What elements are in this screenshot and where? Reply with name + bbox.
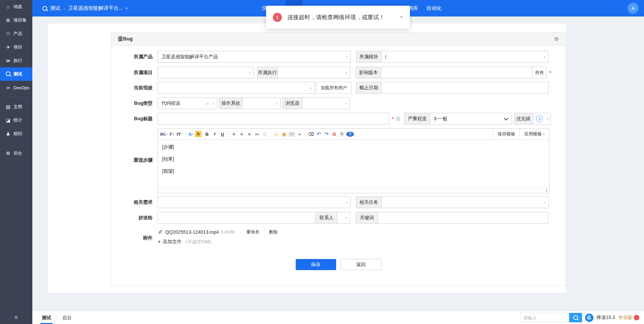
- sidebar-item-devops[interactable]: ∞ DevOps: [0, 81, 32, 94]
- module-addon-label: 所属模块: [356, 51, 382, 63]
- sidebar-collapse-button[interactable]: ≡: [0, 311, 32, 324]
- version-input[interactable]: [381, 67, 533, 78]
- form-actions: 保存 返回: [111, 259, 566, 270]
- project-select[interactable]: [158, 67, 254, 78]
- resize-handle-icon[interactable]: [545, 189, 548, 192]
- link-icon[interactable]: ∞: [296, 130, 303, 138]
- task-group: 相关任务: [356, 196, 549, 208]
- apply-template-button[interactable]: 应用模板: [519, 129, 549, 139]
- delete-file-link[interactable]: 删除: [269, 229, 278, 235]
- steps-editor-content[interactable]: [步骤] [结果] [期望]: [158, 140, 549, 183]
- sidebar-item-report[interactable]: ◪ 统计: [0, 114, 32, 127]
- deadline-group: 截止日期: [356, 82, 549, 94]
- zentao-logo[interactable]: [585, 314, 593, 322]
- sidebar-item-qa[interactable]: 测试: [0, 67, 32, 81]
- bottom-tab-qa[interactable]: 测试: [40, 311, 53, 324]
- unordered-list-icon[interactable]: ∷: [261, 130, 269, 138]
- form-row-mailto: 抄送给 联系人 关键词: [111, 212, 548, 224]
- search-icon: [42, 6, 47, 11]
- globe-icon[interactable]: [395, 116, 401, 122]
- sidebar-item-label: 测试: [13, 71, 22, 77]
- sidebar-item-doc[interactable]: ▤ 文档: [0, 100, 32, 114]
- image-icon[interactable]: ▣: [280, 130, 288, 138]
- align-left-icon[interactable]: ≡: [230, 130, 238, 138]
- load-all-users-button[interactable]: 加载所有用户: [316, 82, 352, 94]
- font-size-icon[interactable]: tT: [176, 130, 184, 138]
- add-file-link[interactable]: 添加文件: [163, 239, 182, 245]
- align-center-icon[interactable]: ≡: [238, 130, 246, 138]
- save-button[interactable]: 保存: [296, 259, 336, 270]
- bug-type-select[interactable]: 代码错误: [158, 97, 217, 109]
- file-name[interactable]: QQ2025513-124013.mp4: [165, 229, 219, 235]
- align-right-icon[interactable]: ≡: [246, 130, 253, 138]
- search-button[interactable]: [569, 313, 582, 322]
- deadline-input[interactable]: [381, 82, 549, 94]
- execution-select[interactable]: [278, 67, 350, 78]
- bottom-tab-divider: [57, 315, 57, 320]
- search-icon: [573, 315, 578, 320]
- mailto-input[interactable]: [158, 212, 315, 224]
- sidebar-item-program[interactable]: ⊞ 项目集: [0, 13, 32, 27]
- breadcrumb-module[interactable]: 测试: [50, 5, 60, 11]
- save-template-button[interactable]: 保存模板: [493, 129, 519, 139]
- paste-icon[interactable]: ⎘: [338, 130, 346, 138]
- keywords-input[interactable]: [378, 212, 548, 224]
- edition-label[interactable]: 专业版: [618, 315, 632, 321]
- upgrade-icon[interactable]: ↑: [634, 315, 639, 320]
- product-label: 所属产品: [111, 54, 153, 60]
- heading-icon[interactable]: H1: [160, 130, 168, 138]
- breadcrumb-project[interactable]: 卫星遥感智能解译平台...: [68, 5, 123, 11]
- avatar[interactable]: A: [627, 3, 639, 14]
- eraser-icon[interactable]: ⌫: [307, 130, 315, 138]
- keywords-group: 关键词: [356, 212, 548, 224]
- priority-select[interactable]: 3 ▾: [534, 113, 551, 125]
- font-family-icon[interactable]: F: [168, 130, 176, 138]
- fullscreen-icon[interactable]: ⊠: [330, 130, 338, 138]
- assignee-select[interactable]: [158, 82, 315, 94]
- product-select[interactable]: 卫星遥感智能解译平台产品: [158, 51, 351, 63]
- execution-addon-label: 所属执行: [257, 67, 278, 78]
- quick-search: [520, 313, 582, 322]
- settings-gear-icon[interactable]: ⚙: [554, 36, 559, 42]
- rename-file-link[interactable]: 重命名: [246, 229, 259, 235]
- sidebar-item-product[interactable]: ☉ 产品: [0, 27, 32, 40]
- plus-icon: +: [158, 239, 161, 245]
- bottom-tab-admin[interactable]: 后台: [61, 311, 73, 324]
- sidebar-item-project[interactable]: ✈ 项目: [0, 40, 32, 54]
- story-select[interactable]: [158, 196, 351, 208]
- undo-icon[interactable]: ↶: [315, 130, 323, 138]
- search-input[interactable]: [520, 313, 569, 322]
- version-label: 禅道15.3: [597, 315, 615, 321]
- italic-icon[interactable]: I: [211, 130, 219, 138]
- code-icon[interactable]: C#: [288, 130, 296, 138]
- underline-icon[interactable]: U: [219, 130, 226, 138]
- sidebar-item-home[interactable]: ⌂ 地盘: [0, 0, 32, 13]
- text-color-icon[interactable]: A: [187, 130, 195, 138]
- severity-select[interactable]: 3-一般: [430, 113, 512, 125]
- bug-title-input[interactable]: [158, 113, 389, 125]
- browser-select[interactable]: [302, 97, 350, 109]
- emoticon-icon[interactable]: ☺: [272, 130, 280, 138]
- sidebar-item-admin[interactable]: ⚙ 后台: [0, 147, 32, 160]
- version-all-button[interactable]: 所有: [532, 67, 547, 78]
- bug-type-value: 代码错误: [161, 100, 180, 106]
- help-icon[interactable]: ?: [346, 130, 354, 138]
- menu-item-automation[interactable]: 自动化: [422, 0, 446, 17]
- os-select[interactable]: [242, 97, 281, 109]
- sidebar-item-execution[interactable]: ≫ 执行: [0, 54, 32, 67]
- priority-badge: 3: [536, 115, 543, 122]
- ordered-list-icon[interactable]: ≔: [253, 130, 261, 138]
- form-row-assignee: 当前指派 加载所有用户 截止日期: [111, 82, 549, 94]
- task-select[interactable]: [381, 196, 549, 208]
- editor-resize-bar[interactable]: [158, 188, 549, 193]
- bold-icon[interactable]: B: [203, 130, 211, 138]
- contacts-select[interactable]: [337, 212, 350, 224]
- module-select[interactable]: /: [381, 51, 549, 63]
- highlight-color-icon[interactable]: A: [195, 130, 203, 138]
- redo-icon[interactable]: ↷: [323, 130, 330, 138]
- chevron-down-icon[interactable]: ▾: [126, 6, 127, 10]
- back-button[interactable]: 返回: [341, 259, 381, 270]
- sidebar-item-org[interactable]: ♟ 组织: [0, 127, 32, 140]
- sidebar-item-label: 项目: [13, 44, 22, 50]
- close-icon[interactable]: ×: [400, 14, 403, 21]
